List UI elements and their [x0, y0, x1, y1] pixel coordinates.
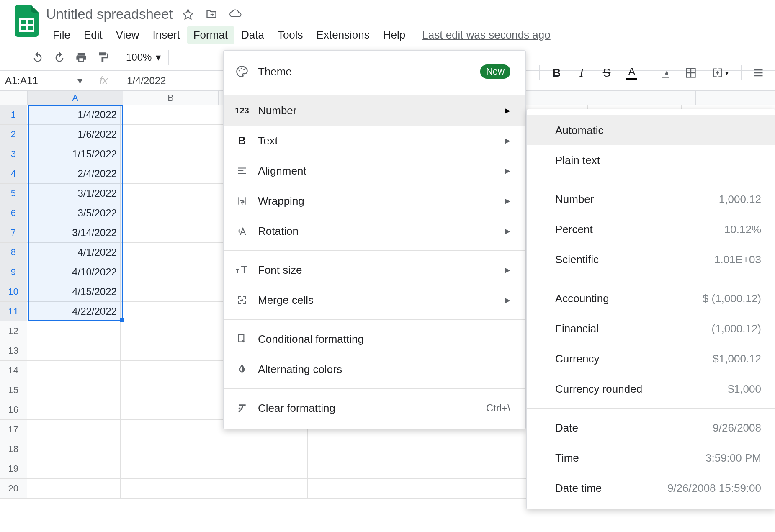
- cell[interactable]: [121, 144, 214, 164]
- menu-edit[interactable]: Edit: [77, 26, 109, 44]
- row-header[interactable]: 1: [0, 105, 27, 124]
- cell[interactable]: [27, 400, 121, 419]
- cell[interactable]: [27, 321, 121, 341]
- col-header-b[interactable]: B: [123, 91, 219, 105]
- cell[interactable]: [121, 341, 214, 360]
- cell[interactable]: 4/15/2022: [27, 282, 121, 301]
- format-theme[interactable]: Theme New: [224, 57, 525, 87]
- cell[interactable]: [121, 420, 214, 439]
- horizontal-align-button[interactable]: [749, 64, 767, 82]
- cloud-status-icon[interactable]: [229, 9, 242, 19]
- paint-format-button[interactable]: [94, 48, 112, 67]
- cell[interactable]: [121, 479, 214, 498]
- row-header[interactable]: 13: [0, 341, 27, 360]
- cell[interactable]: 4/10/2022: [27, 262, 121, 282]
- row-header[interactable]: 16: [0, 400, 27, 419]
- row-header[interactable]: 4: [0, 164, 27, 183]
- cell[interactable]: [27, 439, 121, 459]
- cell[interactable]: [27, 361, 121, 380]
- number-automatic[interactable]: Automatic: [527, 115, 775, 145]
- cell[interactable]: [27, 459, 121, 478]
- format-wrapping[interactable]: Wrapping ▶: [224, 186, 525, 216]
- cell[interactable]: 2/4/2022: [27, 164, 121, 183]
- row-header[interactable]: 5: [0, 184, 27, 203]
- row-header[interactable]: 15: [0, 380, 27, 400]
- cell[interactable]: 3/5/2022: [27, 203, 121, 223]
- menu-insert[interactable]: Insert: [146, 26, 187, 44]
- number-number[interactable]: Number 1,000.12: [527, 184, 775, 214]
- formula-bar[interactable]: 1/4/2022: [117, 75, 166, 87]
- number-plain-text[interactable]: Plain text: [527, 145, 775, 175]
- cell[interactable]: [121, 223, 214, 242]
- cell[interactable]: 1/4/2022: [27, 105, 121, 124]
- format-alignment[interactable]: Alignment ▶: [224, 156, 525, 186]
- cell[interactable]: [121, 262, 214, 282]
- cell[interactable]: [121, 321, 214, 341]
- format-rotation[interactable]: Rotation ▶: [224, 216, 525, 246]
- number-percent[interactable]: Percent 10.12%: [527, 214, 775, 244]
- cell[interactable]: [401, 439, 494, 459]
- cell[interactable]: [27, 380, 121, 400]
- row-header[interactable]: 12: [0, 321, 27, 341]
- number-accounting[interactable]: Accounting $ (1,000.12): [527, 283, 775, 314]
- redo-button[interactable]: [50, 48, 69, 67]
- fill-color-button[interactable]: [657, 64, 675, 82]
- row-header[interactable]: 20: [0, 479, 27, 498]
- number-currency[interactable]: Currency $1,000.12: [527, 344, 775, 374]
- format-font-size[interactable]: TT Font size ▶: [224, 255, 525, 285]
- row-header[interactable]: 9: [0, 262, 27, 282]
- menu-format[interactable]: Format: [187, 26, 234, 44]
- star-icon[interactable]: [182, 8, 194, 20]
- format-number[interactable]: 123 Number ▶: [224, 95, 525, 126]
- last-edit-link[interactable]: Last edit was seconds ago: [422, 28, 550, 41]
- menu-view[interactable]: View: [109, 26, 146, 44]
- cell[interactable]: [27, 341, 121, 360]
- italic-button[interactable]: I: [572, 64, 591, 82]
- menu-tools[interactable]: Tools: [271, 26, 310, 44]
- move-folder-icon[interactable]: [206, 8, 217, 20]
- cell[interactable]: [121, 400, 214, 419]
- cell[interactable]: 4/22/2022: [27, 302, 121, 321]
- row-header[interactable]: 7: [0, 223, 27, 242]
- row-header[interactable]: 14: [0, 361, 27, 380]
- strikethrough-button[interactable]: S: [597, 64, 616, 82]
- cell[interactable]: [401, 479, 494, 498]
- col-header-a[interactable]: A: [28, 91, 123, 105]
- cell[interactable]: [121, 243, 214, 262]
- format-merge-cells[interactable]: Merge cells ▶: [224, 285, 525, 315]
- cell[interactable]: 3/14/2022: [27, 223, 121, 242]
- menu-file[interactable]: File: [46, 26, 77, 44]
- number-scientific[interactable]: Scientific 1.01E+03: [527, 244, 775, 275]
- cell[interactable]: [121, 282, 214, 301]
- cell[interactable]: 1/15/2022: [27, 144, 121, 164]
- number-datetime[interactable]: Date time 9/26/2008 15:59:00: [527, 473, 775, 503]
- document-title[interactable]: Untitled spreadsheet: [46, 6, 173, 22]
- menu-help[interactable]: Help: [376, 26, 412, 44]
- cell[interactable]: 1/6/2022: [27, 125, 121, 144]
- cell[interactable]: 3/1/2022: [27, 184, 121, 203]
- name-box[interactable]: A1:A11 ▾: [0, 71, 90, 90]
- row-header[interactable]: 2: [0, 125, 27, 144]
- cell[interactable]: [27, 420, 121, 439]
- text-color-button[interactable]: A: [623, 64, 641, 82]
- cell[interactable]: [121, 105, 214, 124]
- row-header[interactable]: 17: [0, 420, 27, 439]
- number-date[interactable]: Date 9/26/2008: [527, 413, 775, 443]
- cell[interactable]: [121, 164, 214, 183]
- undo-button[interactable]: [28, 48, 47, 67]
- cell[interactable]: [121, 459, 214, 478]
- row-header[interactable]: 11: [0, 302, 27, 321]
- cell[interactable]: [121, 361, 214, 380]
- cell[interactable]: [308, 479, 401, 498]
- cell[interactable]: [27, 479, 121, 498]
- menu-extensions[interactable]: Extensions: [310, 26, 376, 44]
- cell[interactable]: [401, 459, 494, 478]
- format-clear[interactable]: Clear formatting Ctrl+\: [224, 393, 525, 423]
- cell[interactable]: [121, 302, 214, 321]
- row-header[interactable]: 8: [0, 243, 27, 262]
- cell[interactable]: 4/1/2022: [27, 243, 121, 262]
- cell[interactable]: [308, 439, 401, 459]
- row-header[interactable]: 18: [0, 439, 27, 459]
- cell[interactable]: [308, 459, 401, 478]
- col-header[interactable]: [600, 91, 696, 105]
